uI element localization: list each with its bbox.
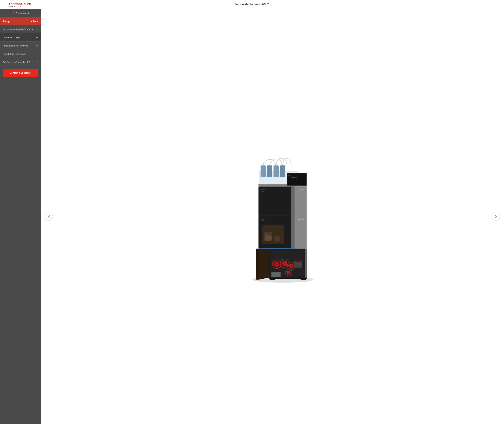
svg-rect-18 (291, 187, 295, 217)
svg-text:Vanquish: Vanquish (292, 177, 297, 178)
expand-icon: + (36, 61, 38, 64)
svg-rect-68 (277, 277, 278, 277)
expand-icon: + (36, 52, 38, 56)
machine-image: Vanquish thermo scientific thermo scient… (223, 150, 321, 283)
sidebar: ↺ Reset Model Pump ◄ Back Industry-Leadi… (0, 9, 41, 424)
next-arrow-button[interactable] (492, 213, 500, 220)
sidebar-item-label: 2x3 Solvent Channels HPG (3, 61, 31, 63)
svg-rect-67 (275, 277, 276, 277)
svg-text:scientific: scientific (261, 191, 265, 192)
svg-point-36 (274, 236, 280, 241)
back-label: Back (33, 20, 38, 23)
svg-rect-27 (258, 248, 294, 249)
expand-icon: + (36, 28, 38, 31)
reset-model-button[interactable]: ↺ Reset Model (0, 9, 41, 18)
svg-rect-65 (272, 277, 273, 277)
svg-rect-15 (258, 186, 307, 187)
content-area: Vanquish thermo scientific thermo scient… (41, 9, 504, 424)
svg-rect-25 (295, 216, 307, 249)
svg-rect-26 (291, 216, 295, 249)
sidebar-item-label: Fingertight Check Valves (3, 44, 28, 47)
page-title: Vanquish Horizon HPLC (235, 3, 269, 6)
svg-text:Horizon: Horizon (298, 191, 302, 192)
svg-point-35 (265, 235, 272, 241)
sidebar-item-industry-leading[interactable]: Industry-Leading Performance + (0, 25, 41, 33)
svg-text:thermo: thermo (261, 189, 265, 190)
back-button[interactable]: ◄ Back (30, 20, 38, 23)
expand-icon: + (36, 44, 38, 47)
svg-rect-70 (270, 279, 275, 280)
svg-text:thermo: thermo (261, 218, 265, 220)
svg-rect-64 (294, 262, 302, 267)
svg-text:thermo: thermo (288, 175, 291, 176)
contact-specialist-button[interactable]: Contact a Specialist (3, 69, 38, 77)
sidebar-item-fingertight[interactable]: Fingertight Check Valves + (0, 42, 41, 50)
sidebar-item-solvent-channels[interactable]: 2x3 Solvent Channels HPG + (0, 58, 41, 66)
logo: Thermo FISHER SCIENTIFIC (8, 2, 31, 7)
svg-rect-0 (3, 3, 6, 3)
svg-rect-1 (3, 4, 6, 4)
app-header: Thermo FISHER SCIENTIFIC Vanquish Horizo… (0, 0, 504, 9)
svg-rect-9 (280, 165, 285, 177)
svg-rect-66 (273, 277, 274, 277)
sidebar-item-automatic-purge[interactable]: Automatic Purge + (0, 33, 41, 42)
svg-point-60 (288, 272, 290, 273)
sidebar-item-smartflow[interactable]: SmartFlow Technology + (0, 50, 41, 58)
sidebar-item-label: SmartFlow Technology (3, 53, 26, 55)
svg-rect-2 (3, 5, 6, 6)
svg-point-52 (290, 265, 292, 267)
svg-rect-7 (267, 165, 272, 177)
svg-rect-8 (274, 165, 279, 177)
pump-label: Pump (3, 20, 10, 23)
reset-icon: ↺ (12, 12, 14, 15)
prev-arrow-button[interactable] (45, 213, 53, 220)
main-layout: ↺ Reset Model Pump ◄ Back Industry-Leadi… (0, 9, 504, 424)
svg-rect-38 (305, 249, 307, 279)
svg-text:scientific: scientific (261, 220, 265, 221)
svg-rect-62 (272, 273, 280, 277)
expand-icon: + (36, 36, 38, 39)
svg-rect-71 (301, 279, 306, 280)
logo-thermo: Thermo (8, 2, 21, 6)
sidebar-item-label: Industry-Leading Performance (3, 28, 33, 31)
pump-header[interactable]: Pump ◄ Back (0, 18, 41, 25)
logo-scientific: SCIENTIFIC (8, 6, 31, 7)
svg-rect-19 (258, 215, 294, 215)
sidebar-item-label: Automatic Purge (3, 36, 20, 39)
svg-text:scientific: scientific (288, 176, 291, 177)
svg-text:Vanquish: Vanquish (298, 218, 304, 220)
logo-fisher: FISHER (21, 3, 31, 6)
reset-model-label: Reset Model (16, 12, 29, 14)
menu-icon[interactable] (3, 3, 6, 6)
back-chevron-icon: ◄ (30, 20, 32, 23)
svg-rect-6 (261, 165, 266, 177)
svg-text:Vanquish: Vanquish (298, 189, 304, 190)
